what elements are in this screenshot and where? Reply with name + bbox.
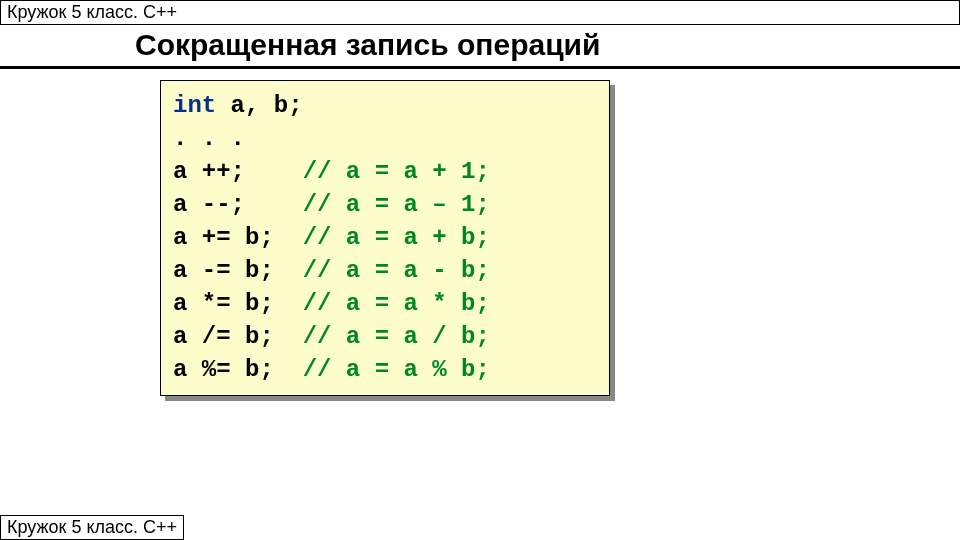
slide-title: Сокращенная запись операций	[135, 28, 600, 62]
footer-label: Кружок 5 класс. С++	[0, 515, 184, 540]
comment-5: // a = a * b;	[303, 290, 490, 317]
declaration: a, b;	[216, 92, 302, 119]
comment-1: // a = a + 1;	[303, 158, 490, 185]
header-label: Кружок 5 класс. С++	[0, 0, 960, 25]
comment-2: // a = a – 1;	[303, 191, 490, 218]
stmt-3: a += b;	[173, 224, 303, 251]
stmt-4: a -= b;	[173, 257, 303, 284]
comment-6: // a = a / b;	[303, 323, 490, 350]
comment-3: // a = a + b;	[303, 224, 490, 251]
keyword-int: int	[173, 92, 216, 119]
stmt-2: a --;	[173, 191, 303, 218]
comment-4: // a = a - b;	[303, 257, 490, 284]
stmt-5: a *= b;	[173, 290, 303, 317]
stmt-7: a %= b;	[173, 356, 303, 383]
stmt-6: a /= b;	[173, 323, 303, 350]
ellipsis: . . .	[173, 125, 245, 152]
comment-7: // a = a % b;	[303, 356, 490, 383]
title-underline	[0, 66, 960, 69]
code-block: int a, b; . . . a ++; // a = a + 1; a --…	[160, 80, 610, 396]
stmt-1: a ++;	[173, 158, 303, 185]
